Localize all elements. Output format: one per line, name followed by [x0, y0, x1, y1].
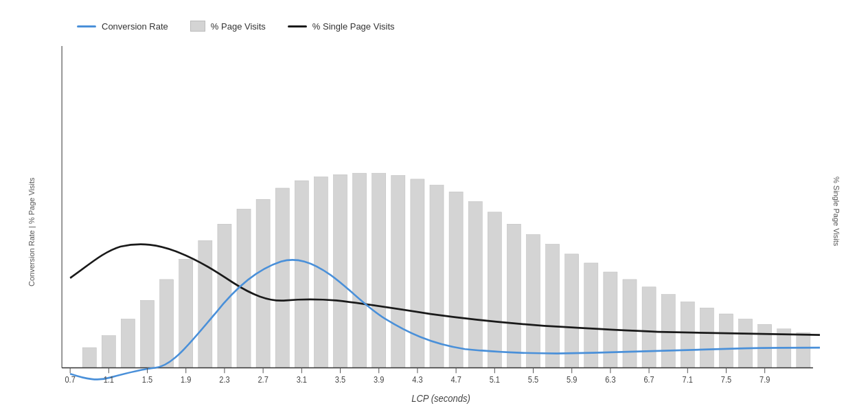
- svg-rect-22: [488, 212, 501, 368]
- svg-text:7.9: 7.9: [760, 376, 770, 384]
- svg-text:2.7: 2.7: [258, 376, 268, 384]
- y-axis-right-label: % Single Page Visits: [827, 38, 846, 405]
- x-axis-ticks: 0.7 1.1 1.5 1.9 2.3 2.7 3.1 3.5: [65, 368, 770, 385]
- svg-rect-36: [758, 324, 772, 367]
- svg-text:1.9: 1.9: [181, 376, 191, 384]
- svg-rect-3: [121, 319, 135, 368]
- svg-text:4.7: 4.7: [450, 376, 461, 384]
- svg-rect-35: [739, 319, 753, 368]
- svg-rect-25: [546, 245, 560, 368]
- svg-text:4.3: 4.3: [412, 376, 422, 384]
- svg-text:7.5: 7.5: [721, 376, 731, 384]
- svg-rect-23: [507, 224, 521, 367]
- svg-rect-14: [333, 174, 347, 367]
- svg-rect-10: [256, 199, 270, 367]
- svg-rect-32: [681, 302, 694, 368]
- svg-rect-15: [353, 173, 367, 367]
- chart-container: Conversion Rate % Page Visits % Single P…: [22, 14, 846, 405]
- svg-rect-26: [565, 254, 579, 368]
- svg-rect-4: [141, 300, 155, 367]
- legend-single-page-visits: % Single Page Visits: [288, 21, 395, 32]
- svg-rect-34: [719, 314, 733, 367]
- svg-text:2.3: 2.3: [219, 376, 229, 384]
- svg-rect-11: [275, 188, 289, 368]
- svg-text:7.1: 7.1: [683, 376, 693, 384]
- legend-black-line: [288, 25, 307, 27]
- legend-single-page-visits-label: % Single Page Visits: [312, 21, 395, 32]
- legend-page-visits-label: % Page Visits: [211, 21, 266, 32]
- svg-text:6.7: 6.7: [643, 376, 654, 384]
- svg-rect-12: [295, 181, 308, 367]
- svg-text:1.5: 1.5: [142, 376, 152, 384]
- svg-rect-38: [797, 332, 810, 367]
- svg-rect-20: [449, 192, 463, 367]
- svg-wrapper: 0.7 1.1 1.5 1.9 2.3 2.7 3.1 3.5: [41, 38, 827, 405]
- svg-text:3.5: 3.5: [335, 376, 345, 384]
- svg-text:6.3: 6.3: [605, 376, 615, 384]
- svg-rect-30: [642, 287, 656, 368]
- svg-rect-1: [82, 348, 96, 367]
- svg-text:5.1: 5.1: [490, 376, 500, 384]
- svg-rect-33: [700, 308, 713, 367]
- legend-conversion-rate-label: Conversion Rate: [102, 21, 168, 32]
- legend-bar-sample: [190, 21, 205, 32]
- svg-rect-17: [391, 175, 405, 367]
- svg-rect-18: [411, 179, 424, 368]
- svg-rect-24: [526, 235, 540, 368]
- svg-text:1.1: 1.1: [104, 376, 114, 384]
- chart-legend: Conversion Rate % Page Visits % Single P…: [22, 14, 846, 32]
- svg-text:5.9: 5.9: [567, 376, 577, 384]
- svg-text:0.7: 0.7: [65, 376, 75, 384]
- legend-blue-line: [77, 25, 96, 27]
- svg-rect-7: [198, 240, 212, 367]
- svg-text:3.1: 3.1: [297, 376, 307, 384]
- x-axis-label: LCP (seconds): [411, 393, 470, 404]
- y-axis-left-label: Conversion Rate | % Page Visits: [22, 38, 41, 405]
- chart-area: Conversion Rate | % Page Visits: [22, 38, 846, 405]
- svg-text:3.9: 3.9: [374, 376, 384, 384]
- svg-rect-28: [604, 272, 617, 367]
- legend-page-visits: % Page Visits: [190, 21, 266, 32]
- chart-svg: 0.7 1.1 1.5 1.9 2.3 2.7 3.1 3.5: [41, 38, 827, 405]
- svg-text:5.5: 5.5: [528, 376, 538, 384]
- svg-rect-16: [372, 173, 386, 367]
- legend-conversion-rate: Conversion Rate: [77, 21, 168, 32]
- svg-rect-21: [468, 202, 482, 368]
- svg-rect-29: [623, 280, 637, 368]
- svg-rect-2: [102, 336, 115, 368]
- svg-rect-5: [160, 280, 174, 368]
